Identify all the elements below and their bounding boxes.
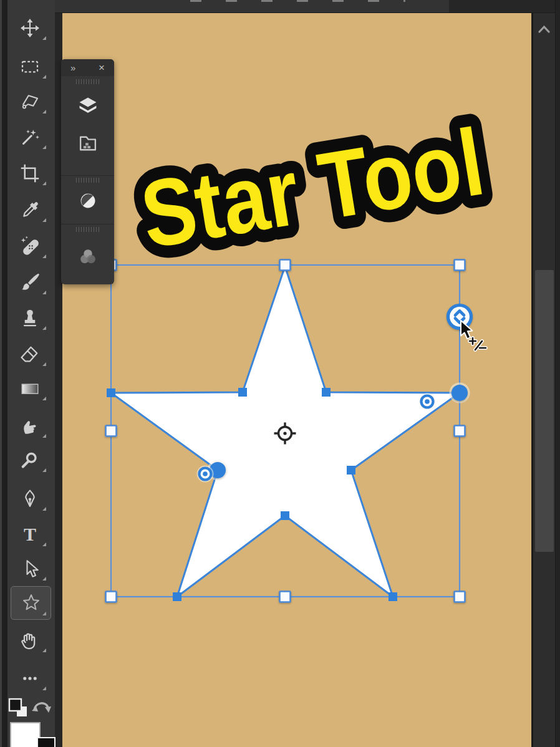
flyout-triangle-icon [42, 648, 46, 652]
hand-tool[interactable] [6, 623, 54, 658]
dodge-icon [19, 449, 41, 471]
floating-panel: » × [61, 59, 114, 284]
move-icon [19, 17, 41, 39]
path-select-tool[interactable] [6, 551, 54, 586]
front-color-square [9, 699, 21, 711]
tab-strip [55, 0, 560, 13]
pen-icon [19, 488, 41, 510]
flyout-triangle-icon [42, 468, 46, 472]
marquee-tool[interactable] [6, 49, 54, 84]
panel-close-button[interactable]: × [99, 62, 105, 74]
lasso-icon [19, 90, 41, 113]
brush-icon [19, 271, 41, 294]
healing-tool[interactable] [6, 229, 54, 264]
star-tool[interactable] [11, 586, 51, 620]
star-icon [20, 592, 42, 614]
flyout-triangle-icon [42, 577, 46, 581]
magic-wand-tool[interactable] [6, 120, 54, 155]
window-right-edge [555, 0, 560, 747]
eraser-tool[interactable] [6, 337, 54, 372]
scrollbar-thumb[interactable] [535, 270, 554, 552]
crop-icon [19, 162, 41, 185]
smudge-tool[interactable] [6, 408, 54, 443]
panel-collapse-button[interactable]: » [70, 62, 76, 73]
panel-grip[interactable] [76, 79, 100, 84]
eyedropper-tool[interactable] [6, 193, 54, 228]
flyout-triangle-icon [42, 687, 46, 690]
tab-text-remnant [190, 0, 405, 2]
background-color-swatch[interactable] [37, 737, 56, 747]
app-root: Star Tool T [0, 0, 560, 747]
healing-icon [19, 235, 41, 258]
brush-tool[interactable] [6, 265, 54, 300]
smudge-icon [19, 415, 41, 437]
tab-strip-active-area [55, 0, 449, 12]
panel-grip[interactable] [76, 227, 100, 232]
flyout-triangle-icon [42, 542, 46, 546]
gradient-tool[interactable] [6, 371, 54, 406]
panel-grip[interactable] [76, 178, 100, 183]
flyout-triangle-icon [42, 254, 46, 258]
flyout-triangle-icon [42, 36, 46, 40]
eyedropper-icon [19, 199, 41, 221]
layers-icon [76, 94, 100, 118]
document-canvas[interactable] [62, 13, 531, 747]
type-tool[interactable]: T [6, 517, 54, 552]
hand-icon [19, 629, 41, 652]
type-icon: T [19, 523, 41, 546]
toolbar-edge-highlight [0, 0, 2, 747]
panel-divider [61, 175, 114, 176]
flyout-triangle-icon [42, 181, 46, 185]
assets-panel-button[interactable] [76, 132, 100, 155]
ellipsis-icon [19, 667, 41, 690]
flyout-triangle-icon [42, 397, 46, 400]
tool-sidebar: T [0, 0, 55, 747]
chevron-up-icon[interactable] [533, 18, 556, 37]
flyout-triangle-icon [42, 326, 46, 330]
flyout-triangle-icon [42, 75, 46, 79]
mixer-icon [76, 245, 100, 269]
svg-text:T: T [24, 524, 36, 544]
clone-stamp-tool[interactable] [6, 301, 54, 335]
flyout-triangle-icon [42, 110, 46, 113]
vertical-scrollbar[interactable] [532, 13, 555, 747]
direct-select-icon [19, 557, 41, 580]
clone-stamp-icon [19, 307, 41, 329]
flyout-triangle-icon [42, 507, 46, 511]
panel-header: » × [61, 59, 114, 76]
mixer-panel-button[interactable] [76, 245, 100, 269]
swap-colors-icon[interactable] [30, 696, 52, 718]
panel-divider [61, 224, 114, 224]
dodge-tool[interactable] [6, 443, 54, 478]
flyout-triangle-icon [42, 362, 46, 366]
layers-panel-button[interactable] [76, 94, 100, 118]
move-tool[interactable] [6, 11, 54, 46]
flyout-triangle-icon [42, 434, 46, 438]
default-colors-icon[interactable] [7, 697, 30, 720]
assets-icon [76, 132, 100, 155]
lasso-tool[interactable] [6, 84, 54, 119]
marquee-icon [19, 55, 41, 78]
gradient-icon [19, 377, 41, 400]
crop-tool[interactable] [6, 156, 54, 191]
flyout-triangle-icon [42, 612, 46, 615]
flyout-triangle-icon [42, 145, 46, 149]
adjustments-panel-button[interactable] [76, 189, 100, 213]
foreground-color-swatch[interactable] [10, 722, 41, 747]
pen-tool[interactable] [6, 481, 54, 516]
more-tools[interactable] [6, 661, 54, 696]
adjustments-icon [76, 189, 100, 213]
eraser-icon [19, 343, 41, 365]
flyout-triangle-icon [42, 291, 46, 294]
magic-wand-icon [19, 126, 41, 148]
flyout-triangle-icon [42, 218, 46, 222]
